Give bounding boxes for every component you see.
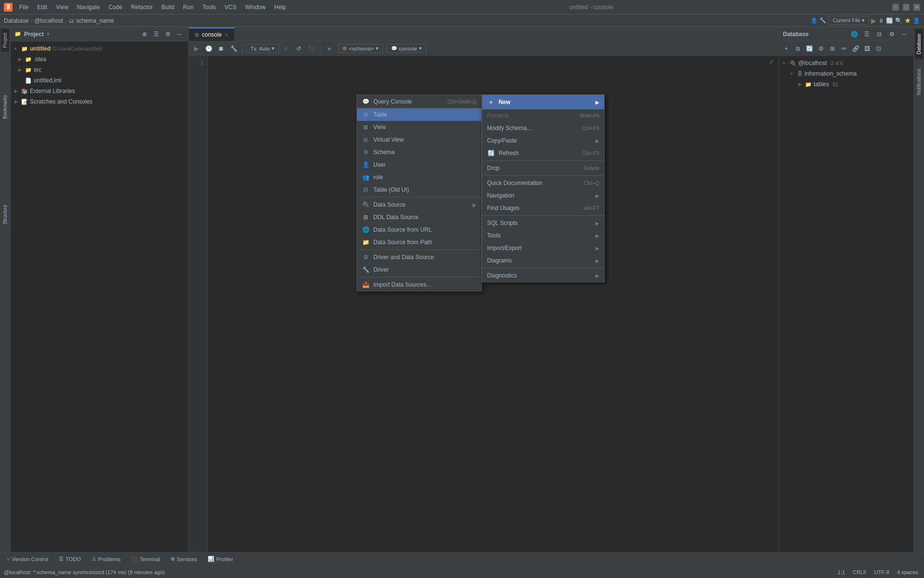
history-button[interactable]: 🕐 bbox=[203, 43, 214, 54]
btab-version-control[interactable]: ⑂ Version Control bbox=[2, 553, 53, 565]
ctx-ddl-data-source[interactable]: ⊞ DDL Data Source bbox=[357, 211, 481, 223]
status-line-ending[interactable]: CRLF bbox=[851, 569, 869, 575]
ctx-refresh[interactable]: 🔄 Refresh Ctrl+F5 bbox=[482, 147, 604, 159]
db-minimize-icon[interactable]: ─ bbox=[899, 29, 910, 39]
sidebar-minimize[interactable]: ─ bbox=[174, 29, 185, 39]
status-indent[interactable]: 4 spaces bbox=[895, 569, 920, 575]
ctx-table-old[interactable]: ⊟ Table (Old UI) bbox=[357, 184, 481, 196]
console-dropdown[interactable]: 💬 console▾ bbox=[387, 44, 426, 53]
schema-dropdown[interactable]: ⚙ <schema>▾ bbox=[338, 44, 383, 53]
menu-help[interactable]: Help bbox=[270, 3, 290, 12]
left-vtab-structure[interactable]: Structure bbox=[1, 201, 9, 228]
cancel-button[interactable]: ⬛ bbox=[306, 43, 317, 54]
btab-todo[interactable]: ☰ TODO bbox=[54, 553, 86, 565]
ctx-driver-data-source[interactable]: ⚙ Driver and Data Source bbox=[357, 251, 481, 263]
left-vtab-bookmarks[interactable]: Bookmarks bbox=[1, 91, 9, 123]
tab-close-console[interactable]: ✕ bbox=[224, 32, 228, 38]
db-edit[interactable]: ✏ bbox=[839, 43, 849, 54]
menu-refactor[interactable]: Refactor bbox=[127, 3, 157, 12]
db-image[interactable]: 🖼 bbox=[862, 43, 872, 54]
ctx-virtual-view[interactable]: ⊞ Virtual View bbox=[357, 133, 481, 146]
tx-dropdown[interactable]: Tx: Auto▾ bbox=[246, 44, 279, 53]
ctx-quick-doc[interactable]: Quick Documentation Ctrl+Q bbox=[482, 177, 604, 189]
db-filter2[interactable]: ⊡ bbox=[873, 43, 884, 54]
db-tree-host[interactable]: ▾ 🔌 @localhost 2 of 6 bbox=[779, 58, 913, 68]
rollback-button[interactable]: ↺ bbox=[293, 43, 304, 54]
tree-item-untitled[interactable]: ▾ 📁 untitled D:\JavaCode\untitled bbox=[11, 43, 188, 54]
ctx-tools[interactable]: Tools ▶ bbox=[482, 229, 604, 242]
right-vtab-notifications[interactable]: Notifications bbox=[915, 64, 923, 100]
sidebar-icon1[interactable]: ⊕ bbox=[139, 29, 150, 39]
db-link[interactable]: 🔗 bbox=[850, 43, 861, 54]
stop-button[interactable]: ⏹ bbox=[216, 43, 226, 54]
tab-console[interactable]: ⊞ console ✕ bbox=[189, 27, 235, 41]
ctx-ds-from-url[interactable]: 🌐 Data Source from URL bbox=[357, 223, 481, 236]
ctx-navigation[interactable]: Navigation ▶ bbox=[482, 189, 604, 202]
db-settings-icon[interactable]: ⚙ bbox=[886, 29, 897, 39]
run-button[interactable]: ▶ bbox=[191, 43, 201, 54]
ctx-copy-paste[interactable]: Copy/Paste ▶ bbox=[482, 134, 604, 147]
db-refresh[interactable]: 🔄 bbox=[804, 43, 815, 54]
ctx-driver[interactable]: 🔧 Driver bbox=[357, 263, 481, 276]
db-copy[interactable]: ⧉ bbox=[792, 43, 803, 54]
ctx-ds-from-path[interactable]: 📁 Data Source from Path bbox=[357, 236, 481, 249]
btab-terminal[interactable]: ⬛ Terminal bbox=[126, 553, 165, 565]
db-filter-icon[interactable]: ⊟ bbox=[874, 29, 884, 39]
menu-view[interactable]: View bbox=[52, 3, 72, 12]
menu-navigate[interactable]: Navigate bbox=[73, 3, 104, 12]
ctx-role[interactable]: 👥 role bbox=[357, 171, 481, 184]
db-tree-tables[interactable]: ▶ 📁 tables 61 bbox=[779, 79, 913, 90]
tree-item-scratches[interactable]: ▶ 📝 Scratches and Consoles bbox=[11, 96, 188, 107]
menu-vcs[interactable]: VCS bbox=[221, 3, 240, 12]
btab-services[interactable]: ⊕ Services bbox=[166, 553, 202, 565]
sidebar-icon2[interactable]: ☰ bbox=[151, 29, 161, 39]
ctx-drop[interactable]: Drop Delete bbox=[482, 162, 604, 174]
ctx-table[interactable]: ⊞ Table bbox=[357, 108, 481, 121]
menu-edit[interactable]: Edit bbox=[33, 3, 51, 12]
menu-build[interactable]: Build bbox=[158, 3, 178, 12]
more-btn[interactable]: » bbox=[324, 43, 334, 54]
db-sort-icon[interactable]: ☰ bbox=[861, 29, 872, 39]
ctx-diagrams[interactable]: Diagrams ▶ bbox=[482, 254, 604, 267]
breadcrumb-host[interactable]: @localhost bbox=[34, 17, 63, 24]
menu-code[interactable]: Code bbox=[105, 3, 126, 12]
status-position[interactable]: 1:1 bbox=[836, 569, 847, 575]
format-button[interactable]: 🔧 bbox=[228, 43, 239, 54]
menu-file[interactable]: File bbox=[15, 3, 32, 12]
maximize-button[interactable]: □ bbox=[903, 4, 910, 11]
menu-window[interactable]: Window bbox=[241, 3, 270, 12]
ctx-sql-scripts[interactable]: SQL Scripts ▶ bbox=[482, 217, 604, 229]
right-vtab-database[interactable]: Database bbox=[915, 29, 923, 59]
tree-item-src[interactable]: ▶ 📁 src bbox=[11, 65, 188, 75]
breadcrumb-schema[interactable]: 🗂 schema_name bbox=[69, 17, 114, 24]
ctx-data-source[interactable]: 🔌 Data Source ▶ bbox=[357, 198, 481, 211]
btab-profiler[interactable]: 📊 Profiler bbox=[203, 553, 238, 565]
sidebar-icon3[interactable]: ⚙ bbox=[162, 29, 173, 39]
db-tree-schema[interactable]: ▾ 🗄 information_schema bbox=[779, 68, 913, 79]
status-encoding[interactable]: UTF-8 bbox=[872, 569, 891, 575]
db-schema[interactable]: ⚙ bbox=[816, 43, 826, 54]
ctx-import-ds[interactable]: 📥 Import Data Sources... bbox=[357, 278, 481, 291]
tree-item-iml[interactable]: ▶ 📄 untitled.iml bbox=[11, 75, 188, 86]
menu-run[interactable]: Run bbox=[179, 3, 198, 12]
db-add[interactable]: + bbox=[781, 43, 792, 54]
breadcrumb-database[interactable]: Database bbox=[4, 17, 28, 24]
ctx-user[interactable]: 👤 User bbox=[357, 158, 481, 171]
ctx-view[interactable]: ⊠ View bbox=[357, 121, 481, 133]
ctx-new-item[interactable]: + New ▶ bbox=[482, 95, 604, 109]
ctx-query-console[interactable]: 💬 Query Console Ctrl+Shift+Q bbox=[357, 95, 481, 108]
btab-problems[interactable]: ⚠ Problems bbox=[87, 553, 125, 565]
ctx-diagnostics[interactable]: Diagnostics ▶ bbox=[482, 269, 604, 282]
minimize-button[interactable]: ─ bbox=[892, 4, 899, 11]
menu-tools[interactable]: Tools bbox=[198, 3, 220, 12]
ctx-import-export[interactable]: Import/Export ▶ bbox=[482, 242, 604, 254]
left-vtab-project[interactable]: Project bbox=[1, 29, 9, 52]
tab-more[interactable]: ⋯ bbox=[766, 35, 779, 41]
ctx-schema[interactable]: ⚙ Schema bbox=[357, 146, 481, 158]
db-table[interactable]: ⊞ bbox=[827, 43, 838, 54]
commit-button[interactable]: ✓ bbox=[281, 43, 291, 54]
tree-item-external[interactable]: ▶ 📚 External Libraries bbox=[11, 86, 188, 96]
close-button[interactable]: ✕ bbox=[913, 4, 920, 11]
db-globe-icon[interactable]: 🌐 bbox=[849, 29, 859, 39]
tree-item-idea[interactable]: ▶ 📁 .idea bbox=[11, 54, 188, 65]
